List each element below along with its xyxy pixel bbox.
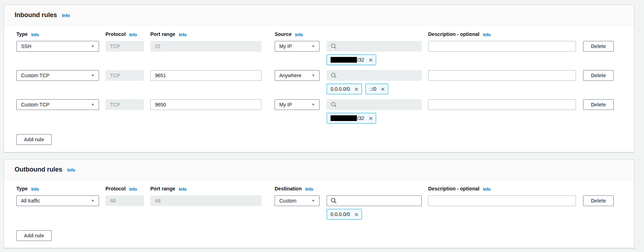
outbound-rules-panel: Outbound rules Info TypeInfo ProtocolInf… <box>4 159 634 248</box>
protocol-input <box>105 99 144 110</box>
add-rule-button[interactable]: Add rule <box>16 230 52 241</box>
info-link[interactable]: Info <box>483 187 491 192</box>
description-input[interactable] <box>428 41 576 52</box>
chevron-down-icon: ▼ <box>312 103 315 106</box>
type-select[interactable]: All traffic ▼ <box>16 195 99 206</box>
cidr-tag: 0.0.0.0/0 ✕ <box>327 209 362 220</box>
chevron-down-icon: ▼ <box>312 44 315 48</box>
dismiss-icon[interactable]: ✕ <box>368 57 373 63</box>
info-link[interactable]: Info <box>179 187 187 192</box>
delete-button[interactable]: Delete <box>583 195 614 206</box>
protocol-input <box>105 70 144 81</box>
info-link[interactable]: Info <box>67 168 75 173</box>
destination-tags: 0.0.0.0/0 ✕ <box>327 209 634 220</box>
inbound-rule-row-2: Custom TCP ▼ Anywhere ▼ Delete 0.0.0.0/0 <box>16 70 634 94</box>
dismiss-icon[interactable]: ✕ <box>368 116 373 121</box>
port-range-input <box>150 41 261 52</box>
cidr-tag: 0.0.0.0/0 ✕ <box>327 84 362 94</box>
delete-button[interactable]: Delete <box>583 41 614 52</box>
type-select[interactable]: SSH ▼ <box>16 41 99 52</box>
description-input[interactable] <box>428 195 576 206</box>
source-select[interactable]: My IP ▼ <box>275 41 320 52</box>
port-range-input <box>150 195 261 206</box>
protocol-input <box>105 41 144 52</box>
inbound-panel-content: TypeInfo ProtocolInfo Port rangeInfo Sou… <box>4 26 634 145</box>
inbound-rule-row-3: Custom TCP ▼ My IP ▼ Delete /32 <box>16 99 634 124</box>
column-label-description: Description - optionalInfo <box>428 31 634 38</box>
info-link[interactable]: Info <box>129 187 137 192</box>
column-headers: TypeInfo ProtocolInfo Port rangeInfo Des… <box>16 186 634 193</box>
source-tags: /32 ✕ <box>327 113 634 124</box>
description-input[interactable] <box>428 99 576 110</box>
dismiss-icon[interactable]: ✕ <box>381 86 385 92</box>
protocol-input <box>105 195 144 206</box>
add-rule-button[interactable]: Add rule <box>16 134 52 145</box>
source-select[interactable]: My IP ▼ <box>275 99 320 110</box>
column-label-destination: DestinationInfo <box>275 186 428 193</box>
destination-select[interactable]: Custom ▼ <box>275 195 320 206</box>
chevron-down-icon: ▼ <box>91 199 94 203</box>
search-icon <box>331 72 337 79</box>
info-link[interactable]: Info <box>295 32 303 37</box>
column-label-port-range: Port rangeInfo <box>150 31 275 38</box>
info-link[interactable]: Info <box>62 13 70 18</box>
page-title: Inbound rules <box>15 11 57 19</box>
column-label-type: TypeInfo <box>16 31 105 38</box>
source-tags: /32 ✕ <box>327 54 634 65</box>
redacted-ip <box>331 57 357 63</box>
info-link[interactable]: Info <box>31 32 39 37</box>
port-range-input[interactable] <box>150 70 261 81</box>
search-icon <box>331 198 337 204</box>
page-title: Outbound rules <box>15 166 62 173</box>
source-search-input <box>327 99 422 110</box>
outbound-rule-row-1: All traffic ▼ Custom ▼ Delete 0.0.0.0/0 <box>16 195 634 220</box>
dismiss-icon[interactable]: ✕ <box>354 212 359 217</box>
column-label-source: SourceInfo <box>275 31 428 38</box>
redacted-ip <box>331 115 357 121</box>
outbound-panel-header: Outbound rules Info <box>4 159 634 180</box>
source-tags: 0.0.0.0/0 ✕ ::/0 ✕ <box>327 84 634 94</box>
outbound-panel-content: TypeInfo ProtocolInfo Port rangeInfo Des… <box>4 180 634 241</box>
chevron-down-icon: ▼ <box>91 44 94 48</box>
chevron-down-icon: ▼ <box>91 103 94 106</box>
column-headers: TypeInfo ProtocolInfo Port rangeInfo Sou… <box>16 31 634 38</box>
chevron-down-icon: ▼ <box>312 74 315 77</box>
info-link[interactable]: Info <box>129 32 137 37</box>
column-label-type: TypeInfo <box>16 186 105 193</box>
cidr-tag: /32 ✕ <box>327 113 376 124</box>
cidr-tag: /32 ✕ <box>327 54 376 65</box>
cidr-tag: ::/0 ✕ <box>365 84 388 94</box>
column-label-protocol: ProtocolInfo <box>105 186 150 193</box>
info-link[interactable]: Info <box>483 32 491 37</box>
info-link[interactable]: Info <box>31 187 39 192</box>
column-label-description: Description - optionalInfo <box>428 186 634 193</box>
chevron-down-icon: ▼ <box>312 199 315 203</box>
inbound-rule-row-1: SSH ▼ My IP ▼ Delete /32 <box>16 41 634 65</box>
inbound-rules-panel: Inbound rules Info TypeInfo ProtocolInfo… <box>4 5 634 152</box>
port-range-input[interactable] <box>150 99 261 110</box>
destination-search-input[interactable] <box>327 195 422 206</box>
info-link[interactable]: Info <box>179 32 187 37</box>
search-icon <box>331 43 337 49</box>
chevron-down-icon: ▼ <box>91 74 94 77</box>
type-select[interactable]: Custom TCP ▼ <box>16 99 99 110</box>
source-select[interactable]: Anywhere ▼ <box>275 70 320 81</box>
info-link[interactable]: Info <box>305 187 313 192</box>
source-search-input <box>327 41 422 52</box>
delete-button[interactable]: Delete <box>583 99 614 110</box>
description-input[interactable] <box>428 70 576 81</box>
inbound-panel-header: Inbound rules Info <box>4 5 634 26</box>
type-select[interactable]: Custom TCP ▼ <box>16 70 99 81</box>
source-search-input <box>327 70 422 81</box>
column-label-port-range: Port rangeInfo <box>150 186 275 193</box>
search-icon <box>331 101 337 108</box>
column-label-protocol: ProtocolInfo <box>105 31 150 38</box>
delete-button[interactable]: Delete <box>583 70 614 81</box>
dismiss-icon[interactable]: ✕ <box>354 86 359 92</box>
